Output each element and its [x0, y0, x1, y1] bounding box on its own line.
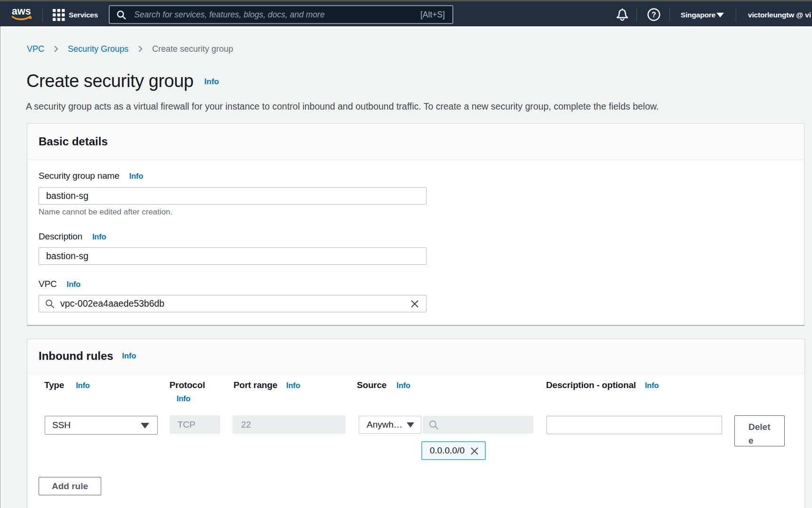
svg-text:aws: aws	[12, 6, 31, 17]
svg-text:?: ?	[651, 11, 656, 19]
